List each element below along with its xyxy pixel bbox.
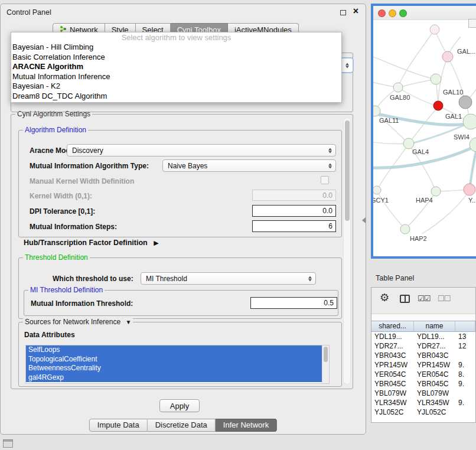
mi-algorithm-type-select[interactable]: Naive Bayes [162,159,336,172]
scrollbar-thumb[interactable] [345,120,350,221]
column-header-extra[interactable] [455,321,475,331]
which-threshold-label: Which threshold to use: [53,275,133,283]
network-node[interactable] [464,184,475,195]
table-cell: 13 [455,332,475,341]
manual-kernel-width-checkbox[interactable] [321,176,329,184]
table-row[interactable]: YDR27...YDR27...12 [371,341,475,351]
mi-threshold-group-title: MI Threshold Definition [28,286,105,294]
expand-arrow-icon: ▶ [154,239,158,246]
which-threshold-select[interactable]: MI Threshold [141,272,316,285]
table-cell: YBR045C [371,379,414,389]
hub-definition-label: Hub/Transcription Factor Definition [24,239,148,247]
network-node[interactable] [393,83,403,92]
network-node[interactable] [433,101,443,110]
network-edge [470,145,476,190]
algorithm-option-bayesian-hill-climbing[interactable]: Bayesian - Hill Climbing [11,43,341,53]
network-node[interactable] [430,25,439,34]
float-panel-icon[interactable] [340,10,346,15]
deselect-columns-icon[interactable]: ☐☐ [438,294,450,303]
desktop: Control Panel × NetworkStyleSelectCyni T… [0,0,476,450]
bottom-tab-impute-data[interactable]: Impute Data [89,419,148,432]
network-edge [398,30,435,87]
data-attributes-list[interactable]: SelfLoopsTopologicalCoefficientBetweenne… [25,345,330,384]
network-node-label: GAL10 [443,89,463,96]
which-threshold-value: MI Threshold [146,275,187,283]
network-node[interactable] [431,74,441,84]
network-node[interactable] [400,224,410,234]
network-canvas[interactable]: GAL...GAL80GAL10GAL11GAL1SWI4GAL4GCY1HAP… [373,20,476,259]
table-cell: YDR27... [371,341,414,351]
table-row[interactable]: YPR145WYPR145W9. [371,360,475,370]
network-node-label: SWI4 [454,133,470,141]
table-row[interactable]: YER054CYER054C8. [371,370,475,379]
network-node-label: GAL80 [390,94,410,101]
table-cell [455,407,475,417]
mi-steps-input[interactable] [252,220,336,232]
network-node-label: GAL... [457,48,475,55]
table-row[interactable]: YLR345WYLR345W9. [371,398,475,407]
column-header-shared[interactable]: shared... [371,321,414,331]
attribute-item-gal4rgexp[interactable]: gal4RGexp [26,373,329,383]
attribute-item-topologicalcoefficient[interactable]: TopologicalCoefficient [26,355,329,364]
dpi-tolerance-input[interactable] [252,205,336,217]
table-cell: YBR043C [371,351,414,360]
bottom-tab-infer-network[interactable]: Infer Network [216,419,277,432]
table-row[interactable]: YBL079WYBL079W [371,389,475,398]
table-cell: YBR045C [414,379,455,389]
sources-group-toggle[interactable]: Sources for Network Inference ▼ [23,318,133,326]
network-edge [399,79,436,87]
kernel-width-input[interactable] [252,190,336,201]
algorithm-definition-title: Algorithm Definition [23,126,88,134]
mi-steps-label: Mutual Information Steps: [30,223,117,231]
algorithm-option-dream8-dc-tdc-algorithm[interactable]: Dream8 DC_TDC Algorithm [11,92,341,102]
minimize-button[interactable] [389,9,396,17]
algorithm-option-aracne-algorithm[interactable]: ARACNE Algorithm [11,62,341,72]
mi-threshold-input[interactable] [250,297,337,309]
scrollbar-thumb[interactable] [324,347,328,362]
network-node[interactable] [442,51,453,62]
table-panel: ⚙ ☑☑ ☐☐ shared...name YDL19...YDL19...13… [371,287,476,423]
table-row[interactable]: YBR045CYBR045C9. [371,379,475,389]
settings-scrollbar[interactable] [343,118,351,384]
gear-icon[interactable]: ⚙ [380,291,389,304]
select-columns-icon[interactable]: ☑☑ [418,294,430,303]
network-corner-widget[interactable] [468,19,476,28]
network-node[interactable] [459,96,472,109]
algorithm-option-bayesian-k2[interactable]: Bayesian - K2 [11,81,341,92]
attribute-item-betweennesscentrality[interactable]: BetweennessCentrality [26,364,329,373]
close-button[interactable] [378,9,386,17]
attribute-item-selfloops[interactable]: SelfLoops [26,345,329,355]
table-row[interactable]: YBR043CYBR043C [371,351,475,360]
hub-definition-toggle[interactable]: Hub/Transcription Factor Definition ▶ [24,239,159,247]
algorithm-option-mutual-information-inference[interactable]: Mutual Information Inference [11,72,341,82]
table-panel-title: Table Panel [376,274,414,282]
table-cell: 8. [455,370,475,379]
network-node-label: HAP2 [410,235,427,242]
network-node[interactable] [463,114,476,129]
network-node[interactable] [403,138,414,149]
network-node-label: GAL1 [445,113,462,120]
splitter-handle-icon[interactable] [362,217,366,223]
dpi-tolerance-label: DPI Tolerance [0,1]: [30,207,95,216]
minimized-panel-icon[interactable] [3,439,13,448]
close-panel-icon[interactable]: × [353,6,358,17]
column-header-name[interactable]: name [414,321,455,331]
network-node[interactable] [373,186,381,194]
apply-button[interactable]: Apply [159,399,200,412]
network-node-label: GAL11 [379,117,399,124]
threshold-definition-group: Threshold Definition Which threshold to … [18,257,342,319]
table-toolbar-divider [371,314,475,321]
columns-icon[interactable] [400,295,410,303]
table-row[interactable]: YJL052CYJL052C [371,407,475,417]
manual-kernel-width-label: Manual Kernel Width Definition [30,177,134,185]
zoom-button[interactable] [399,9,407,17]
mi-algorithm-type-label: Mutual Information Algorithm Type: [30,162,149,170]
table-cell: 9. [455,379,475,389]
aracne-mode-select[interactable]: Discovery [67,144,336,156]
network-node[interactable] [431,187,441,196]
table-row[interactable]: YDL19...YDL19...13 [371,332,475,341]
algorithm-option-basic-correlation-inference[interactable]: Basic Correlation Inference [11,53,341,63]
combo-arrows-icon [328,148,332,153]
attribute-list-scrollbar[interactable] [322,345,329,383]
bottom-tab-discretize-data[interactable]: Discretize Data [148,419,216,432]
